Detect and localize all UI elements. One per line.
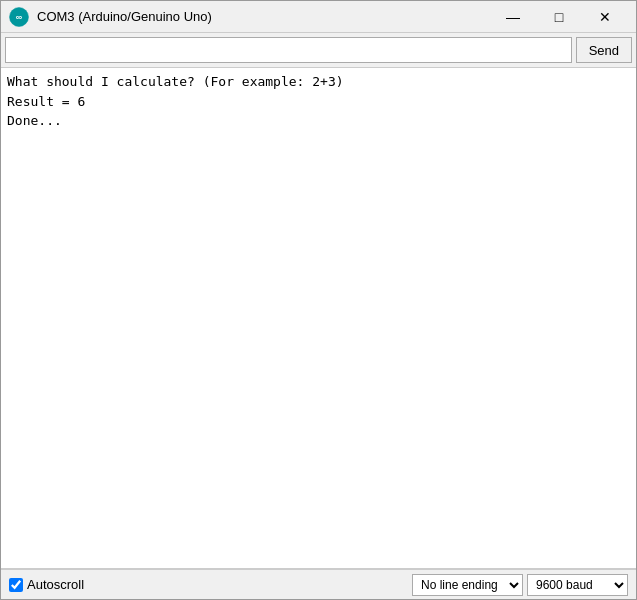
input-bar: Send [1, 33, 636, 68]
baud-rate-select[interactable]: 300 baud 1200 baud 2400 baud 4800 baud 9… [527, 574, 628, 596]
window-title: COM3 (Arduino/Genuino Uno) [37, 9, 490, 24]
autoscroll-label: Autoscroll [27, 577, 84, 592]
serial-output-area: What should I calculate? (For example: 2… [1, 68, 636, 569]
close-button[interactable]: ✕ [582, 1, 628, 33]
main-window: ∞ COM3 (Arduino/Genuino Uno) — □ ✕ Send … [0, 0, 637, 600]
line-ending-select[interactable]: No line ending Newline Carriage return B… [412, 574, 523, 596]
title-bar: ∞ COM3 (Arduino/Genuino Uno) — □ ✕ [1, 1, 636, 33]
autoscroll-section: Autoscroll [9, 577, 84, 592]
window-controls: — □ ✕ [490, 1, 628, 33]
svg-text:∞: ∞ [16, 12, 23, 22]
serial-input[interactable] [5, 37, 572, 63]
autoscroll-checkbox[interactable] [9, 578, 23, 592]
send-button[interactable]: Send [576, 37, 632, 63]
status-bar: Autoscroll No line ending Newline Carria… [1, 569, 636, 599]
arduino-logo-icon: ∞ [9, 7, 29, 27]
maximize-button[interactable]: □ [536, 1, 582, 33]
minimize-button[interactable]: — [490, 1, 536, 33]
status-right-section: No line ending Newline Carriage return B… [412, 574, 628, 596]
serial-output-text: What should I calculate? (For example: 2… [7, 72, 630, 131]
